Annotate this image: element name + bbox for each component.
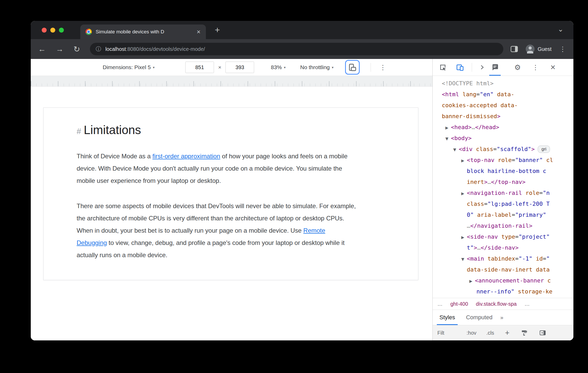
dom-token: "lg:pad-left-200 T xyxy=(487,201,549,207)
reload-button[interactable]: ↻ xyxy=(74,45,80,54)
window-close-button[interactable] xyxy=(42,28,47,33)
dom-token: "banner" xyxy=(515,157,543,163)
expanded-arrow-icon[interactable]: ▼ xyxy=(444,133,450,144)
back-button[interactable]: ← xyxy=(38,45,46,53)
tab-computed[interactable]: Computed xyxy=(466,314,493,321)
guest-label: Guest xyxy=(538,46,552,52)
rendering-emulation-button[interactable] xyxy=(521,329,528,336)
dom-token xyxy=(543,157,546,163)
styles-filter-input[interactable] xyxy=(437,330,463,336)
dom-token xyxy=(532,255,536,262)
heading-anchor[interactable]: # xyxy=(77,127,81,136)
collapsed-arrow-icon[interactable]: ▶ xyxy=(460,155,466,166)
dom-node-line[interactable]: t">…</side-nav> xyxy=(433,242,573,253)
breadcrumb-item[interactable]: div.stack.flow-spa xyxy=(476,301,517,307)
dom-node-line[interactable]: ▶<navigation-rail role="n xyxy=(433,188,573,198)
devtools-settings-button[interactable]: ⚙ xyxy=(514,59,521,76)
devtools-close-button[interactable]: ✕ xyxy=(550,59,556,76)
dom-token xyxy=(494,91,497,98)
devtools-menu-button[interactable]: ⋮ xyxy=(532,59,539,76)
breadcrumb-overflow-left[interactable]: … xyxy=(437,301,443,307)
expand-tabs-button[interactable] xyxy=(479,59,485,76)
browser-tab[interactable]: Simulate mobile devices with D ✕ xyxy=(80,25,206,39)
dom-token: … xyxy=(467,222,470,229)
toggle-sidebar-button[interactable] xyxy=(539,329,546,336)
throttling-dropdown[interactable]: No throttling ▾ xyxy=(300,64,334,70)
sidebar-tabs: Styles Computed » xyxy=(433,310,573,325)
dom-node-line[interactable]: cookies-accepted data- xyxy=(433,100,573,111)
expanded-arrow-icon[interactable]: ▼ xyxy=(452,144,457,155)
console-tab-button[interactable] xyxy=(491,59,499,76)
dom-node-line[interactable]: <html lang="en" data- xyxy=(433,89,573,100)
dom-node-line[interactable]: data-side-nav-inert data xyxy=(433,264,573,275)
dom-node-line[interactable]: class="lg:pad-left-200 T xyxy=(433,198,573,209)
site-info-icon[interactable]: ⓘ xyxy=(96,45,101,53)
dom-token: = xyxy=(515,233,518,240)
dom-node-line[interactable]: ▶<head>…</head> xyxy=(433,122,573,133)
dom-node-line[interactable]: 0" aria-label="primary" xyxy=(433,209,573,220)
dom-token: = xyxy=(476,91,480,98)
address-bar[interactable]: ⓘ localhost :8080/docs/devtools/device-m… xyxy=(90,43,503,55)
collapsed-arrow-icon[interactable]: ▶ xyxy=(460,188,466,198)
rotate-button[interactable] xyxy=(345,60,360,75)
dom-node-line[interactable]: banner-dismissed> xyxy=(433,111,573,122)
p1-text: Think of Device Mode as a xyxy=(77,153,152,160)
zoom-dropdown[interactable]: 83% ▾ xyxy=(271,64,286,70)
grid-badge[interactable]: gri xyxy=(538,146,550,153)
device-toolbar-menu-button[interactable]: ⋮ xyxy=(380,64,386,71)
dom-node-line[interactable]: inert>…</top-nav> xyxy=(433,177,573,188)
tab-close-icon[interactable]: ✕ xyxy=(197,29,201,35)
dom-node-line[interactable]: block hairline-bottom c xyxy=(433,166,573,177)
dom-token xyxy=(459,91,462,98)
dom-token: </navigation-rail> xyxy=(470,222,532,229)
browser-menu-button[interactable]: ⋮ xyxy=(559,45,566,53)
expanded-arrow-icon[interactable]: ▼ xyxy=(460,254,466,264)
device-height-input[interactable]: 393 xyxy=(225,62,254,73)
page-pane: Dimensions: Pixel 5 ▾ 851 × 393 83% ▾ No… xyxy=(31,59,432,340)
element-classes-button[interactable]: .cls xyxy=(486,330,494,336)
dom-token: cookies-accepted xyxy=(442,102,497,109)
dimensions-label: Dimensions: Pixel 5 xyxy=(103,64,151,70)
breadcrumb-item[interactable]: ght-400 xyxy=(450,301,468,307)
more-tabs-button[interactable]: » xyxy=(500,314,503,321)
chevron-down-icon: ▾ xyxy=(284,65,286,69)
collapsed-arrow-icon[interactable]: ▶ xyxy=(468,276,474,286)
inspect-element-button[interactable] xyxy=(439,59,447,76)
device-dimensions-dropdown[interactable]: Dimensions: Pixel 5 ▾ xyxy=(103,64,155,70)
collapsed-arrow-icon[interactable]: ▶ xyxy=(444,122,450,133)
breadcrumb-overflow-right[interactable]: … xyxy=(524,301,530,307)
forward-button[interactable]: → xyxy=(56,45,64,53)
doc-card: # Limitations Think of Device Mode as a … xyxy=(43,107,418,280)
dom-node-line[interactable]: ▼<div class="scaffold">gri xyxy=(433,144,573,155)
window-zoom-button[interactable] xyxy=(59,28,64,33)
window-minimize-button[interactable] xyxy=(50,28,55,33)
device-toolbar-toggle-button[interactable] xyxy=(456,59,464,76)
throttling-value: No throttling xyxy=(300,64,330,70)
new-style-rule-button[interactable]: + xyxy=(505,330,510,335)
new-tab-button[interactable]: + xyxy=(215,25,220,35)
dom-node-line[interactable]: <!DOCTYPE html> xyxy=(433,78,573,89)
dom-tree: <!DOCTYPE html><html lang="en" data-cook… xyxy=(433,76,573,298)
dom-token: > xyxy=(497,113,500,119)
first-order-approximation-link[interactable]: first-order approximation xyxy=(152,153,220,160)
toggle-element-state-button[interactable]: :hov xyxy=(467,330,476,336)
dom-node-line[interactable]: ▼<body> xyxy=(433,133,573,144)
dom-node-line[interactable]: ▼<main tabindex="-1" id=" xyxy=(433,253,573,264)
dom-node-line[interactable]: ▶<announcement-banner c xyxy=(433,275,573,286)
dom-token: data- xyxy=(497,91,514,98)
device-width-input[interactable]: 851 xyxy=(185,62,214,73)
dom-token: <div xyxy=(459,146,473,152)
dom-node-line[interactable]: nner--info" storage-ke xyxy=(433,286,573,297)
dom-token: > xyxy=(531,146,535,152)
dom-token xyxy=(532,266,536,273)
dom-node-line[interactable]: ▶<side-nav type="project" xyxy=(433,231,573,242)
profile-button[interactable]: Guest xyxy=(526,45,552,53)
dom-node-line[interactable]: ▶<top-nav role="banner" cl xyxy=(433,155,573,166)
dom-token: data-side-nav-inert xyxy=(467,266,532,273)
tab-search-chevron-icon[interactable]: ⌄ xyxy=(558,25,564,33)
guest-avatar xyxy=(526,45,535,53)
dom-node-line[interactable]: …</navigation-rail> xyxy=(433,220,573,231)
side-panel-button[interactable] xyxy=(511,46,518,52)
collapsed-arrow-icon[interactable]: ▶ xyxy=(460,232,466,242)
tab-styles[interactable]: Styles xyxy=(437,310,458,325)
